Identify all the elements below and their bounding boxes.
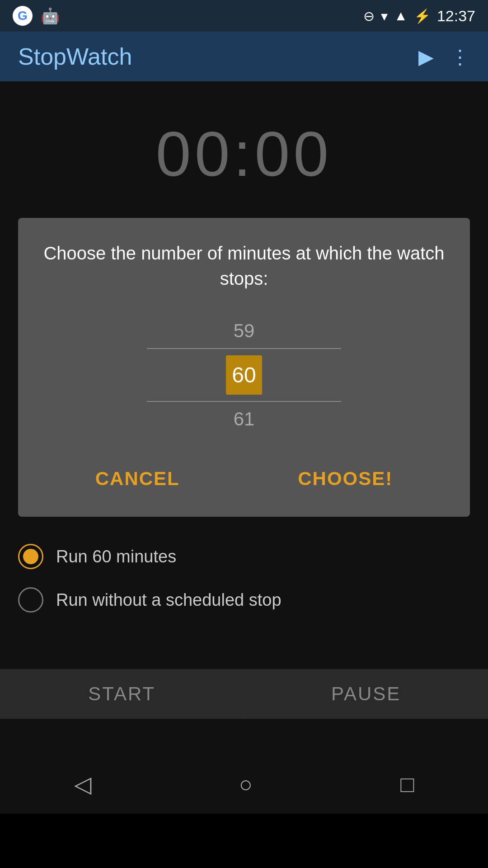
signal-icon: ▲ — [394, 8, 408, 24]
status-bar-left: G 🤖 — [13, 6, 60, 26]
picker-next-value: 61 — [234, 402, 255, 436]
menu-icon[interactable]: ⋮ — [450, 45, 470, 68]
stopwatch-time: 00:00 — [156, 118, 332, 191]
toolbar-actions: ▶ ⋮ — [418, 45, 470, 68]
cancel-button[interactable]: CANCEL — [77, 459, 198, 499]
radio-label-2: Run without a scheduled stop — [56, 590, 282, 610]
radio-circle-1[interactable] — [18, 544, 43, 569]
home-button[interactable]: ○ — [239, 771, 253, 797]
wifi-icon: ▾ — [381, 8, 388, 24]
status-bar-right: ⊖ ▾ ▲ ⚡ 12:37 — [363, 7, 475, 25]
start-button[interactable]: START — [0, 669, 244, 719]
status-time: 12:37 — [437, 7, 475, 25]
radio-option-2[interactable]: Run without a scheduled stop — [18, 587, 470, 613]
radio-section: Run 60 minutes Run without a scheduled s… — [0, 517, 488, 644]
dialog-buttons: CANCEL CHOOSE! — [36, 459, 452, 499]
dialog: Choose the number of minutes at which th… — [18, 218, 470, 517]
back-button[interactable]: ◁ — [74, 771, 91, 797]
recents-button[interactable]: □ — [400, 771, 414, 797]
minus-icon: ⊖ — [363, 8, 375, 24]
bottom-buttons: START PAUSE — [0, 669, 488, 719]
number-picker: 59 60 61 — [36, 314, 452, 436]
radio-label-1: Run 60 minutes — [56, 547, 176, 566]
choose-button[interactable]: CHOOSE! — [280, 459, 411, 499]
radio-circle-2[interactable] — [18, 587, 43, 613]
radio-inner-1 — [23, 549, 38, 564]
main-content: 00:00 Choose the number of minutes at wh… — [0, 81, 488, 814]
status-bar: G 🤖 ⊖ ▾ ▲ ⚡ 12:37 — [0, 0, 488, 32]
radio-option-1[interactable]: Run 60 minutes — [18, 544, 470, 569]
robot-icon: 🤖 — [41, 7, 60, 25]
battery-icon: ⚡ — [414, 8, 431, 24]
pause-button[interactable]: PAUSE — [244, 669, 488, 719]
toolbar: StopWatch ▶ ⋮ — [0, 32, 488, 81]
nav-bar: ◁ ○ □ — [0, 755, 488, 814]
picker-prev-value: 59 — [234, 314, 255, 348]
picker-top-divider — [147, 348, 341, 349]
dialog-title: Choose the number of minutes at which th… — [36, 241, 452, 291]
stopwatch-display: 00:00 — [0, 81, 488, 218]
dialog-overlay: Choose the number of minutes at which th… — [18, 218, 470, 517]
app-title: StopWatch — [18, 43, 132, 70]
google-icon: G — [13, 6, 33, 26]
picker-current-value[interactable]: 60 — [226, 355, 262, 395]
play-icon[interactable]: ▶ — [418, 45, 434, 68]
